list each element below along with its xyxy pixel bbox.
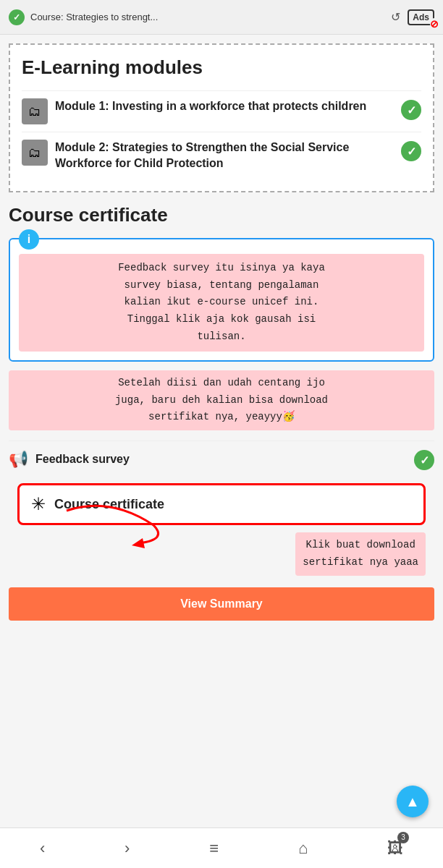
tabs-button[interactable]: 🖼 — [376, 836, 415, 861]
scroll-up-button[interactable]: ▲ — [397, 786, 429, 817]
home-button[interactable]: ⌂ — [287, 836, 319, 861]
module-2-label: Module 2: Strategies to Strengthen the S… — [55, 140, 395, 172]
note-text: Setelah diisi dan udah centang ijojuga, … — [9, 370, 434, 430]
cert-item-wrapper: ✳ Course certificate — [9, 483, 434, 525]
feedback-survey-item[interactable]: 📢 Feedback survey — [9, 441, 434, 477]
module-2-item[interactable]: 🗂 Module 2: Strategies to Strengthen the… — [22, 132, 421, 179]
elearning-section: E-Learning modules 🗂 Module 1: Investing… — [9, 43, 434, 192]
back-button[interactable]: ‹ — [28, 836, 56, 861]
megaphone-icon: 📢 — [9, 450, 28, 469]
ads-button[interactable]: Ads — [408, 9, 434, 25]
forward-button[interactable]: › — [113, 836, 141, 861]
browser-url[interactable]: Course: Strategies to strengt... — [30, 12, 385, 22]
download-note: Klik buat downloadsertifikat nya yaaa — [295, 532, 426, 576]
view-summary-bar[interactable]: View Summary — [9, 587, 434, 621]
elearning-title: E-Learning modules — [22, 56, 421, 79]
module-1-label: Module 1: Investing in a workforce that … — [55, 98, 395, 114]
certificate-section-title: Course certificate — [9, 204, 434, 226]
cert-badge-icon: ✳ — [31, 494, 46, 514]
reload-icon[interactable]: ↺ — [391, 10, 400, 24]
security-shield-icon — [9, 9, 25, 25]
module-1-check-icon — [401, 100, 421, 120]
feedback-label: Feedback survey — [35, 453, 408, 466]
certificate-section: Course certificate i Feedback survey itu… — [9, 204, 434, 430]
module-2-check-icon — [401, 141, 421, 161]
info-text: Feedback survey itu isinya ya kayasurvey… — [19, 254, 424, 352]
module-1-icon: 🗂 — [22, 98, 48, 124]
download-area: Klik buat downloadsertifikat nya yaaa — [9, 532, 434, 582]
bottom-navigation: ‹ › ≡ ⌂ 🖼 — [0, 827, 443, 868]
module-2-icon: 🗂 — [22, 140, 48, 166]
menu-button[interactable]: ≡ — [198, 836, 230, 861]
info-box: i Feedback survey itu isinya ya kayasurv… — [9, 238, 434, 362]
info-icon: i — [19, 229, 39, 250]
tabs-icon: 🖼 — [387, 839, 403, 857]
browser-bar: Course: Strategies to strengt... ↺ Ads — [0, 0, 443, 35]
module-1-item[interactable]: 🗂 Module 1: Investing in a workforce tha… — [22, 90, 421, 132]
feedback-check-icon — [414, 450, 434, 470]
view-summary-label: View Summary — [180, 597, 263, 610]
